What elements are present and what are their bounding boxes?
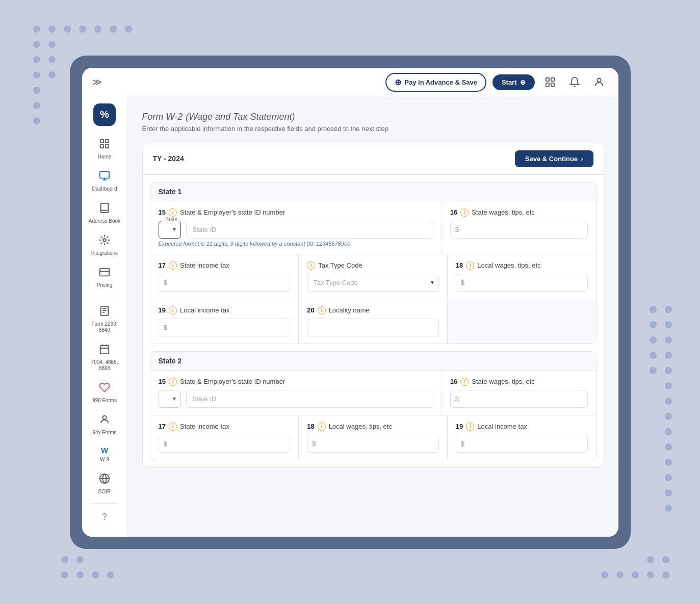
state2-field17-dollar-wrapper: $ — [159, 435, 291, 453]
sidebar-item-address-book[interactable]: Address Book — [85, 198, 124, 228]
page-content: Form W-2 (Wage and Tax Statement) Enter … — [128, 97, 618, 537]
state2-field18-text: Local wages, tips, etc — [329, 423, 392, 430]
field19-text: Local income tax — [180, 306, 230, 314]
w9-label: W-9 — [100, 457, 109, 463]
state2-field17-text: State income tax — [180, 423, 229, 430]
integrations-icon — [99, 234, 110, 248]
form-card: TY - 2024 Save & Continue › State 1 — [142, 143, 604, 468]
sidebar-item-w9[interactable]: W W-9 — [85, 442, 124, 467]
field16-info-icon[interactable]: i — [460, 208, 469, 217]
state1-section: State 1 15 i State & Employer's state ID… — [150, 182, 597, 344]
state2-field16-dollar-wrapper: $ — [450, 390, 588, 408]
field18-num: 18 — [456, 261, 463, 269]
save-continue-label: Save & Continue — [525, 155, 578, 163]
state2-field16-info-icon[interactable]: i — [460, 378, 469, 386]
state1-row3-spacer — [448, 299, 596, 344]
tax-type-info-icon[interactable]: i — [307, 261, 315, 270]
form-card-header: TY - 2024 Save & Continue › — [143, 143, 604, 175]
field17-num: 17 — [159, 261, 166, 269]
state1-field19-input[interactable] — [159, 319, 291, 336]
state2-state-id-input[interactable] — [186, 390, 433, 408]
state2-field15-info-icon[interactable]: i — [169, 378, 177, 386]
ty-label: TY - 2024 — [153, 154, 184, 163]
state2-field19-dollar-sign: $ — [461, 440, 464, 448]
state2-field19-info-icon[interactable]: i — [466, 423, 474, 431]
sidebar-item-boir[interactable]: BOIR — [85, 469, 124, 499]
state2-field17-dollar-sign: $ — [164, 440, 167, 448]
state1-state-select[interactable]: Rhode Island (RI) — [159, 221, 181, 239]
state2-field19-input[interactable] — [456, 435, 588, 453]
state1-header: State 1 — [150, 182, 596, 201]
field17-dollar-wrapper: $ — [159, 274, 291, 292]
state2-field18-cell: 18 i Local wages, tips, etc $ — [299, 415, 448, 460]
state2-field19-dollar-wrapper: $ — [456, 435, 588, 453]
form2290-label: Form 2290, 8849 — [88, 321, 121, 333]
field15-num: 15 — [159, 208, 166, 216]
app-logo[interactable]: % — [93, 103, 116, 126]
boir-icon — [99, 473, 110, 487]
state2-field17-info-icon[interactable]: i — [169, 423, 177, 431]
state1-field19-label: 19 i Local income tax — [159, 306, 291, 314]
state2-field18-info-icon[interactable]: i — [318, 423, 326, 431]
svg-point-12 — [103, 239, 106, 242]
svg-rect-13 — [100, 268, 109, 276]
sidebar-item-form2290[interactable]: Form 2290, 8849 — [85, 301, 124, 337]
plus-minus-icon: ⊕ — [520, 78, 526, 86]
field19-info-icon[interactable]: i — [169, 306, 177, 314]
state2-field15-num: 15 — [159, 378, 166, 385]
state1-format-hint: Expected format is 11 digits, 9 digits f… — [159, 241, 433, 247]
profile-button[interactable] — [590, 73, 608, 91]
state2-field16-input[interactable] — [450, 390, 588, 408]
sidebar-item-pricing[interactable]: Pricing — [85, 262, 124, 293]
svg-rect-0 — [546, 78, 549, 81]
state1-row1: 15 i State & Employer's state ID number … — [150, 201, 596, 254]
contacts-button[interactable] — [541, 73, 559, 91]
state2-field17-input[interactable] — [159, 435, 291, 453]
state2-field16-text: State wages, tips, etc — [472, 378, 535, 385]
state2-field18-input[interactable] — [307, 435, 439, 453]
menu-icon[interactable]: ≫ — [92, 76, 102, 88]
state1-field16-input[interactable] — [450, 221, 588, 239]
field18-info-icon[interactable]: i — [466, 261, 474, 270]
notification-button[interactable] — [565, 73, 584, 91]
svg-rect-5 — [100, 139, 103, 142]
field15-text: State & Employer's state ID number — [180, 208, 285, 216]
state2-input-group: State ▾ — [159, 390, 433, 408]
field17-dollar-sign: $ — [164, 279, 167, 286]
sidebar-item-home[interactable]: Home — [85, 134, 124, 164]
state2-row1: 15 i State & Employer's state ID number … — [150, 371, 596, 415]
sidebar-item-form94x[interactable]: 94x Forms — [85, 410, 124, 440]
sidebar-item-form7004[interactable]: 7004, 4868, 8868 — [85, 339, 124, 376]
sidebar-item-dashboard[interactable]: Dashboard — [85, 166, 124, 196]
state1-state-id-input[interactable] — [186, 221, 433, 239]
pricing-icon — [99, 267, 110, 280]
field20-info-icon[interactable]: i — [318, 306, 326, 314]
state2-field19-label: 19 i Local income tax — [456, 423, 588, 431]
state1-field20-label: 20 i Locality name — [307, 306, 439, 314]
state1-tax-type-cell: i Tax Type Code Tax Type Code ▾ — [299, 254, 448, 299]
page-title-main: Form W-2 — [142, 112, 183, 122]
field17-info-icon[interactable]: i — [169, 261, 177, 270]
state2-field15-label: 15 i State & Employer's state ID number — [159, 378, 433, 386]
sidebar-item-integrations[interactable]: Integrations — [85, 230, 124, 260]
state2-state-select[interactable]: State — [159, 390, 181, 408]
save-continue-button[interactable]: Save & Continue › — [515, 150, 593, 167]
form990-label: 990 Forms — [92, 398, 117, 404]
page-title-sub: (Wage and Tax Statement) — [186, 112, 295, 122]
state2-field18-num: 18 — [307, 423, 314, 430]
field19-dollar-wrapper: $ — [159, 319, 291, 336]
start-button[interactable]: Start ⊕ — [492, 74, 535, 90]
pay-advance-button[interactable]: ⊕ Pay in Advance & Save — [385, 73, 486, 92]
state1-field17-input[interactable] — [159, 274, 291, 292]
state2-field16-cell: 16 i State wages, tips, etc $ — [442, 371, 596, 415]
form990-icon — [99, 382, 110, 396]
state1-field18-input[interactable] — [456, 274, 588, 292]
state2-row2: 17 i State income tax $ — [150, 415, 596, 460]
state1-field19-cell: 19 i Local income tax $ — [150, 299, 299, 344]
state1-field20-input[interactable] — [307, 319, 439, 336]
field15-info-icon[interactable]: i — [169, 208, 177, 217]
sidebar-item-form990[interactable]: 990 Forms — [85, 378, 124, 408]
state1-tax-type-select[interactable]: Tax Type Code — [307, 274, 439, 292]
field16-dollar-sign: $ — [455, 226, 459, 233]
sidebar-item-help[interactable]: ? — [85, 508, 124, 527]
